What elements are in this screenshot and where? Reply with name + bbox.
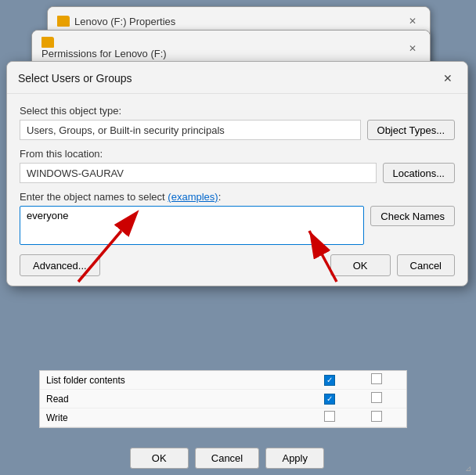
location-label: From this location: [20,148,455,160]
location-row: WINDOWS-GAURAV Locations... [20,163,455,183]
col-allow-2: ✓ [306,393,353,405]
col-write: Write [46,412,306,423]
table-row: Write [40,408,406,427]
dialog-title-text: Select Users or Groups [18,72,132,85]
checkbox-deny-1[interactable] [371,373,382,384]
names-input-row: Check Names [20,206,455,245]
enter-names-label: Enter the object names to select (exampl… [20,191,455,203]
permissions-title-left: Permissions for Lenovo (F:) [41,37,167,59]
dialog-body: Select this object type: Users, Groups, … [7,94,467,286]
col-deny-1 [353,373,400,387]
col-list-folder: List folder contents [46,375,306,386]
advanced-button[interactable]: Advanced... [20,254,100,276]
object-type-label: Select this object type: [20,105,455,117]
examples-link[interactable]: (examples) [168,191,218,203]
location-value: WINDOWS-GAURAV [20,163,377,183]
lenovo-props-close-button[interactable]: ✕ [405,13,420,29]
lenovo-props-title-text: Lenovo (F:) Properties [74,16,175,27]
dialog-ok-button[interactable]: OK [330,254,391,276]
permissions-close-button[interactable]: ✕ [405,41,420,56]
permissions-bottom-bar: OK Cancel Apply [39,448,415,469]
dialog-cancel-button[interactable]: Cancel [397,254,455,276]
dialog-close-button[interactable]: ✕ [439,70,456,87]
checkbox-allow-3[interactable] [324,411,335,422]
permissions-table: List folder contents ✓ Read ✓ Write [39,370,407,428]
colon: : [218,191,222,203]
permissions-title-text: Permissions for Lenovo (F:) [41,48,167,59]
permissions-apply-button[interactable]: Apply [265,448,324,469]
checkbox-deny-2[interactable] [371,392,382,403]
object-types-button[interactable]: Object Types... [367,120,455,140]
col-allow-3 [306,411,353,424]
checkbox-allow-1[interactable]: ✓ [324,375,335,386]
object-type-row: Users, Groups, or Built-in security prin… [20,120,455,140]
dialog-bottom-right: OK Cancel [330,254,455,276]
folder-icon [57,16,70,27]
check-names-button[interactable]: Check Names [370,206,455,226]
permissions-ok-button[interactable]: OK [130,448,189,469]
dialog-title-bar: Select Users or Groups ✕ [7,62,467,94]
dialog-bottom-row: Advanced... OK Cancel [20,254,455,276]
checkbox-deny-3[interactable] [371,411,382,422]
permissions-folder-icon [41,37,54,48]
select-users-dialog: Select Users or Groups ✕ Select this obj… [6,61,468,286]
locations-button[interactable]: Locations... [383,163,456,183]
col-read: Read [46,394,306,405]
names-textarea[interactable] [20,206,364,245]
col-deny-3 [353,411,400,424]
table-row: List folder contents ✓ [40,371,406,390]
col-deny-2 [353,392,400,405]
table-row: Read ✓ [40,390,406,408]
resize-grip[interactable]: ⊿ [465,464,474,473]
object-type-value: Users, Groups, or Built-in security prin… [20,120,361,140]
col-allow-1: ✓ [306,374,353,386]
lenovo-props-title-left: Lenovo (F:) Properties [57,16,175,27]
permissions-cancel-button[interactable]: Cancel [195,448,259,469]
checkbox-allow-2[interactable]: ✓ [324,394,335,405]
enter-names-text: Enter the object names to select [20,191,165,203]
